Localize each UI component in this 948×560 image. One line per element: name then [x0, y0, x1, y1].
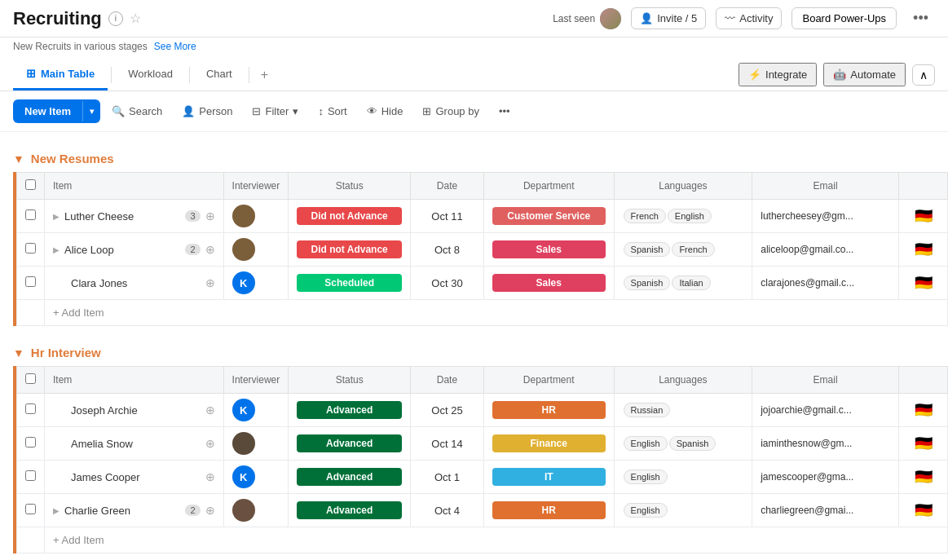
- row-checkbox[interactable]: [25, 470, 36, 481]
- filter-label: Filter: [265, 105, 289, 117]
- section-title-hr-interview[interactable]: Hr Interview: [31, 346, 101, 359]
- info-icon[interactable]: i: [108, 11, 123, 26]
- new-item-dropdown-arrow[interactable]: ▾: [82, 101, 100, 121]
- add-subitem-icon[interactable]: ⊕: [205, 437, 215, 450]
- table-row: ▶ Charlie Green 2 ⊕ Advanced Oct 4 HR En…: [17, 494, 948, 527]
- person-button[interactable]: 👤 Person: [174, 100, 240, 122]
- department-cell: HR: [483, 394, 614, 427]
- more-toolbar-button[interactable]: •••: [491, 100, 518, 122]
- row-expand-icon[interactable]: ▶: [53, 212, 60, 221]
- tab-divider-2: [189, 67, 190, 83]
- item-cell: Joseph Archie ⊕: [45, 394, 224, 427]
- date-cell: Oct 30: [411, 267, 484, 300]
- department-cell: HR: [483, 494, 614, 527]
- item-name: Joseph Archie: [71, 404, 201, 417]
- add-item-cell[interactable]: + Add Item: [45, 527, 948, 553]
- table-row: Joseph Archie ⊕ K Advanced Oct 25 HR Rus…: [17, 394, 948, 427]
- integrate-button[interactable]: ⚡ Integrate: [739, 63, 817, 86]
- section-border-hr-interview: Item Interviewer Status Date Department …: [13, 366, 948, 553]
- tab-workload[interactable]: Workload: [115, 60, 186, 90]
- row-count: 3: [185, 210, 200, 222]
- tab-main-table[interactable]: ⊞ Main Table: [13, 59, 108, 90]
- lang-tag: French: [672, 242, 714, 257]
- select-all-checkbox[interactable]: [25, 179, 36, 190]
- row-checkbox[interactable]: [25, 504, 36, 514]
- email-cell: jamescooper@gma...: [752, 461, 899, 494]
- flag-cell: 🇩🇪: [899, 267, 948, 300]
- row-checkbox[interactable]: [25, 209, 36, 220]
- table-row: ▶ Alice Loop 2 ⊕ Did not Advance Oct 8 S…: [17, 233, 948, 267]
- status-badge: Advanced: [297, 468, 402, 486]
- filter-button[interactable]: ⊟ Filter ▾: [244, 100, 306, 122]
- automate-button[interactable]: 🤖 Automate: [823, 63, 906, 86]
- email-cell: clarajones@gmail.c...: [752, 267, 899, 300]
- section-title-new-resumes[interactable]: New Resumes: [31, 152, 114, 165]
- status-cell: Advanced: [289, 461, 411, 494]
- section-toggle-new-resumes[interactable]: ▼: [13, 152, 24, 165]
- interviewer-avatar: K: [232, 399, 255, 421]
- add-subitem-icon[interactable]: ⊕: [205, 209, 215, 223]
- add-subitem-icon[interactable]: ⊕: [205, 470, 215, 483]
- section-header-new-resumes: ▼ New Resumes: [0, 145, 948, 172]
- status-badge: Advanced: [297, 434, 402, 452]
- table-row: Amelia Snow ⊕ Advanced Oct 14 Finance En…: [17, 427, 948, 461]
- add-subitem-icon[interactable]: ⊕: [205, 504, 215, 517]
- row-checkbox[interactable]: [25, 243, 36, 254]
- sort-label: Sort: [328, 105, 347, 117]
- item-name-cell: Joseph Archie ⊕: [53, 403, 215, 417]
- item-cell: Amelia Snow ⊕: [45, 427, 224, 461]
- department-badge: Sales: [492, 274, 606, 292]
- add-subitem-icon[interactable]: ⊕: [205, 243, 215, 256]
- see-more-link[interactable]: See More: [154, 41, 196, 52]
- interviewer-cell: K: [223, 267, 289, 300]
- row-checkbox[interactable]: [25, 403, 36, 414]
- status-cell: Advanced: [289, 394, 411, 427]
- row-expand-icon[interactable]: ▶: [53, 245, 60, 254]
- flag-cell: 🇩🇪: [899, 233, 948, 267]
- item-name: Luther Cheese: [64, 210, 180, 223]
- add-item-cell[interactable]: + Add Item: [45, 300, 948, 326]
- row-checkbox[interactable]: [25, 437, 36, 448]
- new-item-button[interactable]: New Item ▾: [13, 99, 100, 123]
- new-item-label[interactable]: New Item: [13, 99, 82, 123]
- th-department: Department: [483, 367, 614, 394]
- activity-button[interactable]: 〰 Activity: [716, 7, 782, 29]
- section-header-hr-interview: ▼ Hr Interview: [0, 339, 948, 366]
- select-all-checkbox[interactable]: [25, 373, 36, 384]
- group-by-button[interactable]: ⊞ Group by: [414, 100, 487, 122]
- email-cell: luthercheesey@gm...: [752, 200, 899, 233]
- person-label: Person: [199, 105, 232, 117]
- department-badge: HR: [492, 501, 606, 519]
- search-icon: 🔍: [112, 105, 125, 117]
- lang-tag: Spanish: [669, 436, 717, 451]
- tab-divider-1: [111, 67, 112, 83]
- more-options-button[interactable]: •••: [906, 7, 935, 30]
- invite-button[interactable]: 👤 Invite / 5: [631, 7, 706, 29]
- activity-icon: 〰: [725, 12, 735, 24]
- search-button[interactable]: 🔍 Search: [104, 100, 170, 122]
- section-toggle-hr-interview[interactable]: ▼: [13, 346, 24, 359]
- th-email: Email: [752, 173, 899, 200]
- interviewer-avatar: K: [232, 465, 255, 488]
- add-item-row[interactable]: + Add Item: [17, 527, 948, 553]
- table-new-resumes: Item Interviewer Status Date Department …: [16, 172, 948, 326]
- collapse-button[interactable]: ∧: [912, 64, 935, 86]
- add-item-row[interactable]: + Add Item: [17, 300, 948, 326]
- department-cell: Customer Service: [483, 200, 614, 233]
- lang-tag: Spanish: [624, 242, 671, 257]
- item-name-cell: Clara Jones ⊕: [53, 276, 215, 289]
- hide-button[interactable]: 👁 Hide: [359, 100, 412, 122]
- add-subitem-icon[interactable]: ⊕: [205, 276, 215, 289]
- tab-chart[interactable]: Chart: [193, 60, 245, 90]
- th-status: Status: [289, 367, 411, 394]
- add-subitem-icon[interactable]: ⊕: [205, 403, 215, 417]
- tab-add-button[interactable]: +: [253, 61, 276, 89]
- power-ups-button[interactable]: Board Power-Ups: [791, 7, 897, 29]
- filter-dropdown-icon: ▾: [293, 105, 298, 117]
- row-expand-icon[interactable]: ▶: [53, 506, 60, 515]
- row-checkbox[interactable]: [25, 276, 36, 287]
- row-checkbox-cell: [17, 267, 45, 300]
- sort-button[interactable]: ↕ Sort: [310, 100, 355, 122]
- automate-label: Automate: [850, 68, 896, 81]
- star-icon[interactable]: ☆: [130, 11, 141, 26]
